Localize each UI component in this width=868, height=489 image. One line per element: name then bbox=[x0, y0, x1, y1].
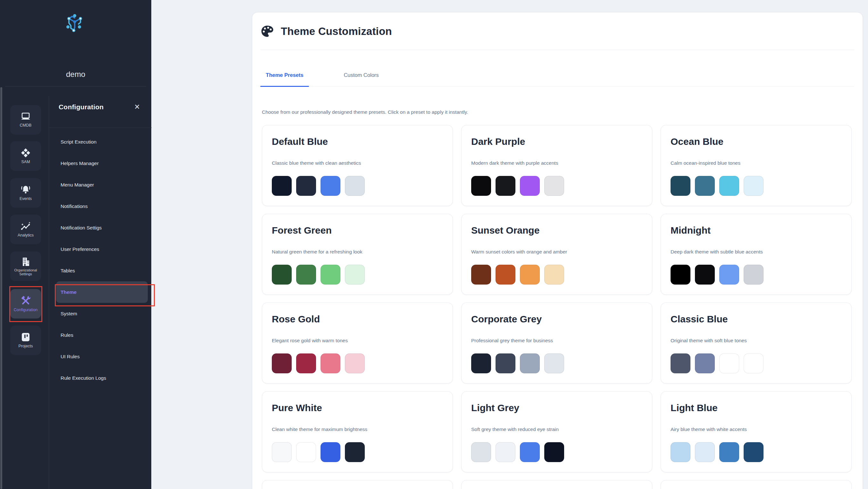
color-swatch bbox=[544, 265, 564, 285]
panel-divider bbox=[49, 128, 152, 128]
main-panel: Theme Customization Theme Presets Custom… bbox=[252, 12, 863, 489]
sidebar-item-cmdb[interactable]: CMDB bbox=[10, 105, 41, 135]
sidebar-item-organizational-settings[interactable]: Organizational Settings bbox=[10, 252, 41, 281]
panel-item-notification-settigs[interactable]: Notification Settigs bbox=[49, 217, 152, 238]
preset-card-light-blue[interactable]: Light Blue Airy blue theme with white ac… bbox=[661, 391, 851, 472]
preset-card-ocean-blue[interactable]: Ocean Blue Calm ocean-inspired blue tone… bbox=[661, 125, 851, 206]
sidebar-divider bbox=[5, 86, 146, 87]
preset-description: Original theme with soft blue tones bbox=[671, 337, 842, 344]
sidebar-item-configuration[interactable]: Configuration bbox=[10, 289, 41, 319]
color-swatch bbox=[320, 442, 340, 462]
color-swatch bbox=[345, 176, 365, 196]
preset-description: Calm ocean-inspired blue tones bbox=[671, 160, 842, 166]
color-swatch bbox=[272, 265, 292, 285]
preset-swatches bbox=[471, 176, 642, 196]
diamond-icon bbox=[21, 148, 30, 158]
preset-swatches bbox=[272, 442, 443, 462]
color-swatch bbox=[471, 176, 491, 196]
preset-description: Airy blue theme with white accents bbox=[671, 426, 842, 433]
sidebar-item-label: Events bbox=[20, 197, 32, 201]
color-swatch bbox=[471, 442, 491, 462]
preset-card-sunset-orange[interactable]: Sunset Orange Warm sunset colors with or… bbox=[461, 214, 652, 295]
tab-bar: Theme Presets Custom Colors bbox=[260, 64, 854, 87]
sidebar-item-projects[interactable]: Projects bbox=[10, 326, 41, 355]
color-swatch bbox=[345, 265, 365, 285]
color-swatch bbox=[744, 354, 764, 373]
preset-name: Light Blue bbox=[671, 402, 842, 414]
color-swatch bbox=[719, 176, 739, 196]
palette-icon bbox=[261, 25, 274, 37]
active-tab-underline bbox=[260, 86, 309, 87]
panel-item-rules[interactable]: Rules bbox=[49, 324, 152, 346]
preset-name: Light Grey bbox=[471, 402, 642, 414]
preset-card-partial[interactable] bbox=[461, 480, 652, 489]
color-swatch bbox=[320, 176, 340, 196]
preset-description: Deep dark theme with subtle blue accents bbox=[671, 249, 842, 255]
preset-name: Forest Green bbox=[272, 224, 443, 236]
preset-card-partial[interactable] bbox=[661, 480, 851, 489]
preset-card-light-grey[interactable]: Light Grey Soft grey theme with reduced … bbox=[461, 391, 652, 472]
app-logo[interactable] bbox=[0, 13, 151, 34]
color-swatch bbox=[520, 442, 540, 462]
preset-description: Soft grey theme with reduced eye strain bbox=[471, 426, 642, 433]
panel-item-notifications[interactable]: Notifications bbox=[49, 195, 152, 217]
configuration-panel: Configuration ✕ Script Execution Helpers… bbox=[49, 96, 152, 489]
preset-name: Midnight bbox=[671, 224, 842, 236]
preset-card-rose-gold[interactable]: Rose Gold Elegant rose gold with warm to… bbox=[262, 302, 453, 384]
color-swatch bbox=[520, 354, 540, 373]
sidebar-item-sam[interactable]: SAM bbox=[10, 141, 41, 171]
panel-item-system[interactable]: System bbox=[49, 303, 152, 324]
sidebar-item-analytics[interactable]: Analytics bbox=[10, 215, 41, 244]
color-swatch bbox=[544, 176, 564, 196]
preset-card-corporate-grey[interactable]: Corporate Grey Professional grey theme f… bbox=[461, 302, 652, 384]
preset-card-classic-blue[interactable]: Classic Blue Original theme with soft bl… bbox=[661, 302, 851, 384]
color-swatch bbox=[496, 354, 516, 373]
preset-name: Pure White bbox=[272, 402, 443, 414]
color-swatch bbox=[744, 176, 764, 196]
color-swatch bbox=[520, 265, 540, 285]
preset-card-forest-green[interactable]: Forest Green Natural green theme for a r… bbox=[262, 214, 453, 295]
preset-description: Elegant rose gold with warm tones bbox=[272, 337, 443, 344]
preset-name: Dark Purple bbox=[471, 135, 642, 148]
color-swatch bbox=[671, 176, 690, 196]
preset-card-partial[interactable] bbox=[262, 480, 453, 489]
preset-swatches bbox=[671, 176, 842, 196]
panel-item-theme[interactable]: Theme bbox=[56, 281, 148, 303]
laptop-icon bbox=[21, 112, 31, 121]
color-swatch bbox=[719, 265, 739, 285]
preset-card-pure-white[interactable]: Pure White Clean white theme for maximum… bbox=[262, 391, 453, 472]
panel-item-ui-rules[interactable]: UI Rules bbox=[49, 346, 152, 367]
preset-name: Rose Gold bbox=[272, 313, 443, 325]
sidebar-item-events[interactable]: Events bbox=[10, 178, 41, 208]
panel-item-user-preferences[interactable]: User Preferences bbox=[49, 238, 152, 260]
presets-description: Choose from our professionally designed … bbox=[262, 109, 468, 115]
sidebar-item-label: Projects bbox=[18, 344, 33, 348]
workspace-name: demo bbox=[0, 70, 151, 79]
preset-card-default-blue[interactable]: Default Blue Classic blue theme with cle… bbox=[262, 125, 453, 206]
close-icon[interactable]: ✕ bbox=[134, 102, 140, 111]
color-swatch bbox=[272, 354, 292, 373]
sidebar-scrollbar[interactable] bbox=[0, 87, 2, 489]
color-swatch bbox=[671, 354, 690, 373]
app-window: demo CMDB bbox=[0, 0, 868, 489]
preset-swatches bbox=[272, 176, 443, 196]
panel-item-rule-execution-logs[interactable]: Rule Execution Logs bbox=[49, 367, 152, 389]
preset-description: Classic blue theme with clean aesthetics bbox=[272, 160, 443, 166]
preset-card-midnight[interactable]: Midnight Deep dark theme with subtle blu… bbox=[661, 214, 851, 295]
sidebar-item-label: Analytics bbox=[18, 233, 34, 237]
preset-name: Classic Blue bbox=[671, 313, 842, 325]
panel-item-menu-manager[interactable]: Menu Manager bbox=[49, 174, 152, 195]
cube-network-logo-icon bbox=[64, 13, 87, 34]
tab-custom-colors[interactable]: Custom Colors bbox=[322, 64, 401, 86]
panel-item-tables[interactable]: Tables bbox=[49, 260, 152, 281]
panel-item-script-execution[interactable]: Script Execution bbox=[49, 131, 152, 153]
color-swatch bbox=[296, 354, 316, 373]
hammer-wrench-icon bbox=[20, 295, 31, 306]
color-swatch bbox=[496, 442, 516, 462]
preset-swatches bbox=[272, 265, 443, 285]
color-swatch bbox=[544, 354, 564, 373]
panel-item-helpers-manager[interactable]: Helpers Manager bbox=[49, 153, 152, 174]
preset-card-dark-purple[interactable]: Dark Purple Modern dark theme with purpl… bbox=[461, 125, 652, 206]
color-swatch bbox=[671, 442, 690, 462]
tab-theme-presets[interactable]: Theme Presets bbox=[260, 64, 309, 86]
